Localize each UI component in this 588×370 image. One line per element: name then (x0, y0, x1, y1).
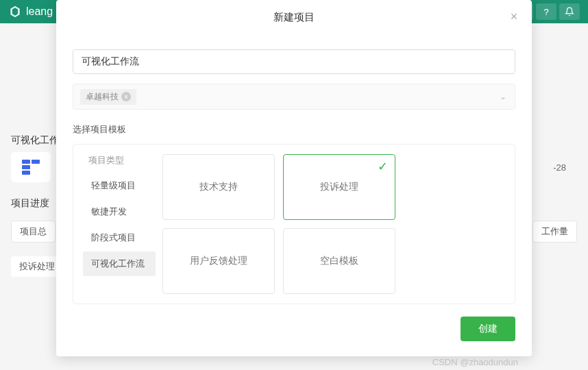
modal-body: 卓越科技 × ⌄ 选择项目模板 项目类型 轻量级项目 敏捷开发 阶段式项目 可视… (56, 33, 532, 310)
template-label: 用户反馈处理 (190, 255, 247, 267)
type-item-agile[interactable]: 敏捷开发 (83, 199, 156, 224)
template-grid: 技术支持 ✓ 投诉处理 用户反馈处理 空白模板 (162, 154, 505, 294)
chevron-down-icon: ⌄ (500, 92, 506, 101)
type-item-staged[interactable]: 阶段式项目 (83, 225, 156, 250)
org-tag-chip: 卓越科技 × (80, 89, 136, 105)
type-item-lightweight[interactable]: 轻量级项目 (83, 173, 156, 198)
template-section-label: 选择项目模板 (73, 123, 515, 136)
template-complaint[interactable]: ✓ 投诉处理 (283, 154, 395, 220)
modal-title: 新建项目 (56, 11, 532, 24)
close-icon: × (511, 10, 518, 24)
modal-overlay: 新建项目 × 卓越科技 × ⌄ 选择项目模板 项目类型 轻量级项目 (0, 0, 588, 370)
template-tech-support[interactable]: 技术支持 (162, 154, 275, 220)
template-label: 空白模板 (320, 255, 358, 267)
org-tag-label: 卓越科技 (86, 91, 119, 103)
modal-close-button[interactable]: × (507, 10, 521, 23)
modal-header: 新建项目 × (56, 0, 532, 33)
check-icon: ✓ (378, 159, 388, 174)
template-blank[interactable]: 空白模板 (283, 228, 395, 294)
type-column-title: 项目类型 (83, 154, 156, 166)
template-label: 投诉处理 (320, 181, 358, 193)
org-tag-select[interactable]: 卓越科技 × ⌄ (73, 84, 515, 110)
watermark: CSDN @zhaodundun (432, 357, 518, 367)
template-feedback[interactable]: 用户反馈处理 (162, 228, 275, 294)
tag-remove-icon[interactable]: × (121, 92, 131, 101)
modal-footer: 创建 (56, 310, 532, 356)
project-type-column: 项目类型 轻量级项目 敏捷开发 阶段式项目 可视化工作流 (83, 154, 156, 294)
project-name-input[interactable] (73, 49, 515, 74)
create-button[interactable]: 创建 (461, 317, 515, 341)
new-project-modal: 新建项目 × 卓越科技 × ⌄ 选择项目模板 项目类型 轻量级项目 (56, 0, 532, 356)
template-label: 技术支持 (199, 181, 238, 193)
template-picker: 项目类型 轻量级项目 敏捷开发 阶段式项目 可视化工作流 技术支持 ✓ 投诉处理 (73, 144, 515, 304)
type-item-workflow[interactable]: 可视化工作流 (83, 251, 156, 276)
